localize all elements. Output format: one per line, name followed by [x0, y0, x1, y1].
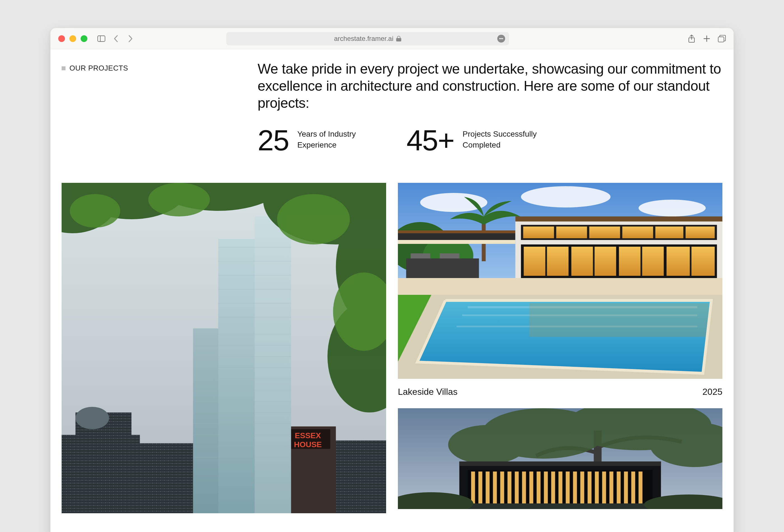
svg-rect-95: [566, 472, 570, 505]
svg-rect-83: [478, 472, 482, 505]
browser-window: archestate.framer.ai ••• OUR PROJECTS We…: [50, 28, 734, 532]
stats-row: 25 Years of Industry Experience 45+ Proj…: [258, 126, 722, 155]
svg-rect-42: [398, 240, 515, 244]
stat-item: 45+ Projects Successfully Completed: [407, 126, 547, 155]
eyebrow-bullet-icon: [62, 66, 65, 70]
svg-point-36: [521, 186, 611, 207]
svg-rect-105: [639, 472, 643, 505]
svg-rect-103: [624, 472, 628, 505]
address-bar[interactable]: archestate.framer.ai •••: [226, 32, 509, 45]
svg-rect-87: [508, 472, 511, 505]
stat-item: 25 Years of Industry Experience: [258, 126, 381, 155]
stat-label: Years of Industry Experience: [297, 126, 381, 150]
project-image-skyline: ESSEX HOUSE: [62, 183, 386, 513]
svg-rect-82: [471, 472, 475, 505]
svg-rect-50: [622, 226, 653, 238]
svg-point-12: [76, 407, 109, 429]
project-title: Lakeside Villas: [398, 387, 457, 397]
page-content: OUR PROJECTS We take pride in every proj…: [50, 49, 734, 532]
svg-rect-72: [530, 303, 709, 337]
svg-point-31: [148, 183, 210, 217]
svg-point-32: [277, 194, 350, 245]
svg-rect-51: [655, 226, 683, 238]
svg-rect-64: [440, 253, 459, 258]
stat-value: 45+: [407, 126, 454, 155]
svg-rect-90: [530, 472, 533, 505]
new-tab-icon[interactable]: [703, 35, 711, 43]
project-caption: Lakeside Villas 2025: [398, 387, 722, 397]
svg-rect-84: [486, 472, 490, 505]
svg-rect-86: [500, 472, 504, 505]
project-card[interactable]: [398, 408, 722, 509]
back-button[interactable]: [112, 35, 120, 43]
project-year: 2025: [702, 387, 722, 397]
svg-text:ESSEX: ESSEX: [295, 431, 321, 440]
sidebar-toggle-icon[interactable]: [97, 35, 105, 43]
projects-gallery: ESSEX HOUSE: [62, 183, 722, 513]
reader-mode-icon[interactable]: •••: [497, 35, 505, 43]
svg-rect-102: [617, 472, 621, 505]
svg-rect-47: [523, 226, 554, 238]
stat-label: Projects Successfully Completed: [463, 126, 547, 150]
svg-rect-85: [493, 472, 497, 505]
svg-point-78: [448, 425, 527, 464]
svg-rect-104: [632, 472, 635, 505]
svg-rect-93: [551, 472, 555, 505]
tabs-overview-icon[interactable]: [718, 35, 726, 43]
lock-icon: [396, 36, 401, 41]
svg-rect-52: [686, 226, 715, 238]
svg-rect-48: [556, 226, 587, 238]
svg-point-30: [70, 194, 120, 228]
maximize-window-button[interactable]: [81, 35, 87, 42]
svg-rect-43: [398, 230, 515, 233]
svg-rect-89: [522, 472, 526, 505]
svg-rect-5: [718, 37, 724, 42]
eyebrow-text: OUR PROJECTS: [69, 64, 128, 73]
address-bar-url: archestate.framer.ai: [334, 35, 393, 43]
svg-rect-101: [610, 472, 614, 505]
project-image-pool-villa: [398, 183, 722, 379]
svg-rect-88: [515, 472, 519, 505]
svg-rect-98: [588, 472, 592, 505]
svg-rect-62: [406, 258, 479, 278]
svg-rect-23: [255, 217, 291, 513]
forward-button[interactable]: [127, 35, 134, 43]
svg-text:HOUSE: HOUSE: [294, 440, 322, 449]
svg-rect-21: [218, 239, 260, 513]
window-controls: [58, 35, 87, 42]
stat-value: 25: [258, 126, 289, 155]
svg-rect-96: [573, 472, 577, 505]
svg-rect-49: [589, 226, 620, 238]
svg-rect-99: [595, 472, 599, 505]
svg-rect-91: [537, 472, 541, 505]
minimize-window-button[interactable]: [69, 35, 76, 42]
svg-rect-0: [98, 35, 105, 41]
share-icon[interactable]: [688, 35, 696, 43]
project-image-modern-house: [398, 408, 722, 509]
svg-rect-41: [398, 233, 515, 240]
svg-rect-97: [581, 472, 584, 505]
svg-rect-94: [559, 472, 562, 505]
svg-point-35: [420, 193, 487, 212]
svg-point-37: [639, 200, 706, 217]
section-eyebrow: OUR PROJECTS: [62, 60, 246, 73]
svg-rect-100: [602, 472, 606, 505]
project-card[interactable]: ESSEX HOUSE: [62, 183, 386, 513]
browser-toolbar: archestate.framer.ai •••: [50, 28, 734, 49]
close-window-button[interactable]: [58, 35, 65, 42]
svg-rect-80: [459, 461, 661, 466]
svg-rect-92: [544, 472, 548, 505]
svg-rect-45: [515, 217, 723, 222]
svg-rect-63: [411, 253, 430, 258]
project-card[interactable]: Lakeside Villas 2025: [398, 183, 722, 397]
svg-rect-65: [398, 278, 722, 295]
section-headline: We take pride in every project we undert…: [258, 60, 722, 112]
